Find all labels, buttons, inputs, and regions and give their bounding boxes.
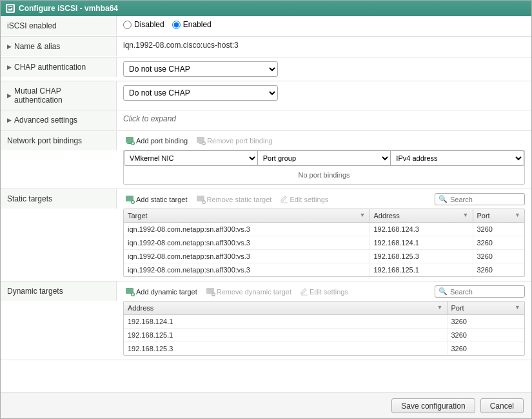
static-target-cell: iqn.1992-08.com.netapp:sn.aff300:vs.3 bbox=[124, 250, 369, 263]
network-port-bindings-row: Network port bindings bbox=[1, 131, 531, 189]
static-target-cell: iqn.1992-08.com.netapp:sn.aff300:vs.3 bbox=[124, 223, 369, 236]
add-dynamic-target-button[interactable]: Add dynamic target bbox=[123, 286, 200, 298]
footer: Save configuration Cancel bbox=[1, 393, 531, 418]
edit-dynamic-icon bbox=[300, 288, 308, 296]
window-title: Configure iSCSI - vmhba64 bbox=[19, 4, 118, 13]
static-target-cell: iqn.1992-08.com.netapp:sn.aff300:vs.3 bbox=[124, 263, 369, 277]
dynamic-search-icon: 🔍 bbox=[438, 287, 448, 296]
svg-rect-1 bbox=[8, 7, 12, 8]
iscsi-enabled-label: iSCSI enabled bbox=[1, 16, 117, 36]
static-toolbar: Add static target Remove static target bbox=[123, 193, 525, 205]
dynamic-toolbar: Add dynamic target Remove dynamic target bbox=[123, 285, 525, 298]
dynamic-search-box[interactable]: 🔍 bbox=[435, 285, 525, 298]
enabled-option[interactable]: Enabled bbox=[172, 20, 212, 29]
svg-rect-12 bbox=[203, 143, 205, 144]
advanced-settings-label[interactable]: Advanced settings bbox=[1, 110, 117, 130]
static-targets-content: Add static target Remove static target bbox=[117, 189, 531, 281]
add-dynamic-target-icon bbox=[126, 287, 135, 296]
cancel-button[interactable]: Cancel bbox=[480, 398, 524, 413]
edit-static-settings-button[interactable]: Edit settings bbox=[278, 194, 331, 205]
static-col-address[interactable]: Address ▼ bbox=[369, 209, 473, 223]
enabled-radio[interactable] bbox=[172, 21, 181, 29]
advanced-settings-row: Advanced settings Click to expand bbox=[1, 110, 531, 131]
network-port-bindings-content: Add port binding Remove port binding bbox=[117, 131, 531, 189]
chap-label[interactable]: CHAP authentication bbox=[1, 57, 117, 77]
static-port-cell: 3260 bbox=[473, 250, 524, 263]
static-col-port-sort: ▼ bbox=[515, 212, 520, 218]
static-col-target[interactable]: Target ▼ bbox=[124, 209, 369, 223]
static-table: Target ▼ Address ▼ Port ▼ bbox=[124, 209, 524, 276]
iscsi-enabled-row: iSCSI enabled Disabled Enabled bbox=[1, 16, 531, 37]
edit-dynamic-settings-button[interactable]: Edit settings bbox=[298, 287, 351, 297]
disabled-option[interactable]: Disabled bbox=[123, 20, 164, 29]
add-port-binding-button[interactable]: Add port binding bbox=[123, 135, 190, 147]
svg-rect-19 bbox=[202, 201, 204, 203]
table-row[interactable]: iqn.1992-08.com.netapp:sn.aff300:vs.3 19… bbox=[124, 263, 524, 277]
remove-static-target-icon bbox=[197, 195, 206, 204]
ipv4-address-dropdown[interactable]: IPv4 address bbox=[391, 150, 524, 166]
port-group-dropdown[interactable]: Port group bbox=[258, 150, 391, 166]
table-row[interactable]: iqn.1992-08.com.netapp:sn.aff300:vs.3 19… bbox=[124, 250, 524, 263]
disabled-radio[interactable] bbox=[123, 21, 132, 29]
static-search-box[interactable]: 🔍 bbox=[435, 193, 525, 205]
dynamic-targets-content: Add dynamic target Remove dynamic target bbox=[117, 281, 531, 360]
static-col-port[interactable]: Port ▼ bbox=[473, 209, 524, 223]
table-row[interactable]: 192.168.124.1 3260 bbox=[124, 315, 524, 329]
svg-rect-2 bbox=[8, 8, 11, 9]
table-row[interactable]: iqn.1992-08.com.netapp:sn.aff300:vs.3 19… bbox=[124, 236, 524, 250]
remove-port-binding-button[interactable]: Remove port binding bbox=[194, 135, 275, 147]
dynamic-port-cell: 3260 bbox=[447, 342, 524, 356]
configure-iscsi-window: Configure iSCSI - vmhba64 iSCSI enabled … bbox=[0, 0, 532, 419]
dynamic-search-input[interactable] bbox=[450, 288, 521, 296]
click-to-expand: Click to expand bbox=[123, 114, 176, 123]
remove-port-binding-label: Remove port binding bbox=[207, 137, 273, 145]
table-row[interactable]: 192.168.125.3 3260 bbox=[124, 342, 524, 356]
dynamic-col-port-label: Port bbox=[451, 304, 464, 312]
static-col-target-label: Target bbox=[128, 212, 148, 220]
static-table-container: Target ▼ Address ▼ Port ▼ bbox=[123, 209, 525, 277]
vmkernel-nic-dropdown[interactable]: VMkernel NIC bbox=[124, 150, 258, 166]
static-port-cell: 3260 bbox=[473, 263, 524, 277]
dynamic-table-body: 192.168.124.1 3260 192.168.125.1 3260 19… bbox=[124, 315, 524, 356]
remove-dynamic-target-button[interactable]: Remove dynamic target bbox=[204, 286, 294, 298]
disabled-label: Disabled bbox=[134, 20, 164, 29]
dynamic-col-address-sort: ▼ bbox=[437, 304, 443, 311]
network-table: No port bindings bbox=[124, 166, 524, 184]
no-bindings-row: No port bindings bbox=[124, 166, 524, 184]
dynamic-col-address[interactable]: Address ▼ bbox=[124, 301, 447, 315]
edit-static-icon bbox=[281, 196, 288, 203]
save-configuration-button[interactable]: Save configuration bbox=[391, 398, 475, 413]
dynamic-col-port[interactable]: Port ▼ bbox=[447, 301, 524, 315]
add-static-target-button[interactable]: Add static target bbox=[123, 194, 190, 205]
no-bindings-message: No port bindings bbox=[124, 166, 524, 184]
remove-dynamic-target-label: Remove dynamic target bbox=[217, 288, 291, 296]
static-targets-label: Static targets bbox=[1, 189, 117, 209]
static-targets-row: Static targets Add static target bbox=[1, 189, 531, 281]
mutual-chap-dropdown[interactable]: Do not use CHAP bbox=[123, 85, 278, 101]
static-search-icon: 🔍 bbox=[438, 195, 448, 203]
chap-row: CHAP authentication Do not use CHAP bbox=[1, 57, 531, 81]
add-static-target-label: Add static target bbox=[136, 196, 188, 203]
dynamic-port-cell: 3260 bbox=[447, 315, 524, 329]
name-alias-content: iqn.1992-08.com.cisco:ucs-host:3 bbox=[117, 37, 531, 54]
add-port-binding-label: Add port binding bbox=[136, 137, 188, 145]
mutual-chap-row: Mutual CHAP authentication Do not use CH… bbox=[1, 81, 531, 110]
iscsi-enabled-content: Disabled Enabled bbox=[117, 16, 531, 33]
edit-dynamic-label: Edit settings bbox=[310, 288, 348, 296]
static-address-cell: 192.168.124.1 bbox=[369, 236, 473, 250]
dynamic-targets-label: Dynamic targets bbox=[1, 281, 117, 301]
static-col-address-label: Address bbox=[374, 212, 400, 220]
svg-rect-16 bbox=[132, 201, 134, 203]
static-search-input[interactable] bbox=[450, 196, 521, 203]
remove-static-target-button[interactable]: Remove static target bbox=[194, 194, 275, 205]
dynamic-col-address-label: Address bbox=[128, 304, 153, 312]
dynamic-table: Address ▼ Port ▼ 192.168.124.1 bbox=[124, 301, 524, 355]
add-dynamic-target-label: Add dynamic target bbox=[136, 288, 197, 296]
name-alias-label[interactable]: Name & alias bbox=[1, 37, 117, 56]
name-alias-row: Name & alias iqn.1992-08.com.cisco:ucs-h… bbox=[1, 37, 531, 57]
table-row[interactable]: 192.168.125.1 3260 bbox=[124, 329, 524, 342]
chap-dropdown[interactable]: Do not use CHAP bbox=[123, 61, 278, 77]
network-port-bindings-label: Network port bindings bbox=[1, 131, 117, 150]
table-row[interactable]: iqn.1992-08.com.netapp:sn.aff300:vs.3 19… bbox=[124, 223, 524, 236]
mutual-chap-label[interactable]: Mutual CHAP authentication bbox=[1, 81, 117, 110]
